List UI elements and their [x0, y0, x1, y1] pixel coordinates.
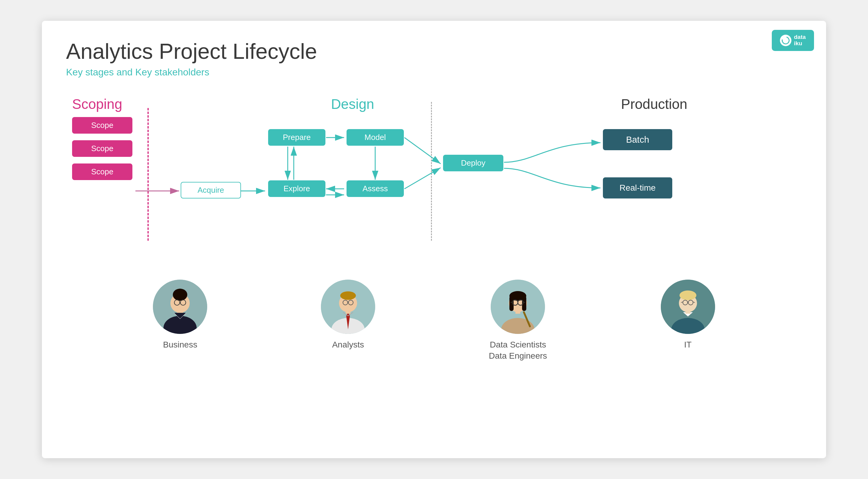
assess-node: Assess [346, 180, 404, 197]
avatar-it [661, 280, 715, 334]
svg-rect-38 [522, 296, 526, 311]
scope-box-1: Scope [72, 117, 132, 133]
logo-text: dataiku [794, 34, 806, 47]
scope-box-2: Scope [72, 140, 132, 157]
stakeholder-business-label: Business [163, 339, 197, 350]
design-label: Design [277, 96, 428, 112]
design-production-separator [431, 102, 432, 241]
stakeholder-datascientists: Data ScientistsData Engineers [489, 280, 547, 361]
avatar-business [153, 280, 207, 334]
production-label: Production [594, 96, 714, 112]
scope-boxes: Scope Scope Scope [72, 117, 132, 180]
stakeholders-row: Business [66, 280, 802, 361]
avatar-datascientists [491, 280, 545, 334]
svg-point-48 [680, 291, 696, 300]
main-title: Analytics Project Lifecycle [66, 39, 802, 64]
explore-node: Explore [268, 180, 326, 197]
scope-box-3: Scope [72, 163, 132, 180]
svg-point-18 [177, 289, 184, 296]
scoping-label: Scoping [72, 96, 122, 112]
scoping-separator [148, 108, 149, 241]
model-node: Model [346, 129, 404, 146]
realtime-node: Real-time [603, 177, 672, 199]
stakeholder-analysts-label: Analysts [332, 339, 364, 350]
deploy-node: Deploy [443, 155, 503, 171]
stakeholder-datascientists-label: Data ScientistsData Engineers [489, 339, 547, 361]
svg-rect-37 [509, 296, 514, 311]
diagram-area: Scoping Scope Scope Scope Acquire Design… [66, 96, 802, 367]
acquire-node: Acquire [181, 182, 241, 199]
stakeholder-it-label: IT [684, 339, 691, 350]
avatar-analysts [321, 280, 375, 334]
sub-title: Key stages and Key stakeholders [66, 67, 802, 78]
dataiku-logo: dataiku [772, 30, 814, 51]
svg-line-12 [404, 168, 441, 189]
stakeholder-business: Business [153, 280, 207, 350]
batch-node: Batch [603, 129, 672, 150]
stakeholder-it: IT [661, 280, 715, 350]
prepare-node: Prepare [268, 129, 326, 146]
logo-icon [780, 35, 792, 46]
stakeholder-analysts: Analysts [321, 280, 375, 350]
svg-line-11 [404, 138, 441, 164]
slide: dataiku Analytics Project Lifecycle Key … [42, 21, 826, 458]
svg-point-27 [340, 291, 356, 300]
